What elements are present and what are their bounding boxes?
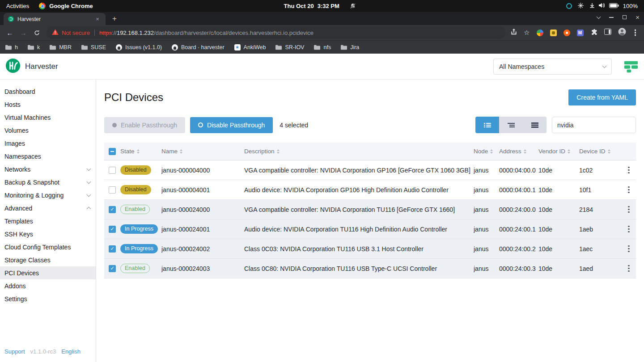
column-header-device-id[interactable]: Device ID — [579, 148, 606, 155]
activities-button[interactable]: Activities — [6, 3, 29, 9]
extension-pinwheel-icon[interactable] — [537, 29, 543, 36]
address-bar[interactable]: Not secure https://192.168.1.232/dashboa… — [47, 26, 505, 39]
sidebar-item-backup-snapshot[interactable]: Backup & Snapshot — [0, 176, 96, 189]
window-maximize-button[interactable] — [623, 15, 627, 19]
tab-search-icon[interactable] — [597, 14, 601, 19]
sort-icon[interactable] — [524, 149, 526, 154]
row-checkbox[interactable] — [109, 186, 116, 194]
row-actions-kebab[interactable] — [624, 205, 633, 214]
sidebar-item-namespaces[interactable]: Namespaces — [0, 150, 96, 163]
enable-passthrough-button[interactable]: Enable Passthrough — [104, 117, 185, 133]
sidebar-item-virtual-machines[interactable]: Virtual Machines — [0, 111, 96, 124]
browser-menu-kebab-icon[interactable] — [635, 32, 636, 34]
bookmark-folder-sriov[interactable]: SR-IOV — [275, 44, 304, 51]
language-link[interactable]: English — [61, 348, 80, 355]
bookmark-folder-jira[interactable]: Jira — [341, 44, 359, 51]
extensions-puzzle-icon[interactable] — [590, 28, 597, 37]
view-list-button[interactable] — [475, 117, 499, 133]
bookmark-github-issues[interactable]: Issues (v1.1.0) — [116, 44, 162, 51]
rancher-menu-logo[interactable] — [623, 59, 639, 74]
row-checkbox[interactable] — [109, 167, 116, 174]
share-icon[interactable] — [511, 29, 517, 37]
sidebar-item-volumes[interactable]: Volumes — [0, 124, 96, 137]
sort-icon[interactable] — [277, 149, 280, 154]
create-from-yaml-button[interactable]: Create from YAML — [568, 89, 636, 105]
row-actions-kebab[interactable] — [624, 244, 633, 253]
browser-tab-harvester[interactable]: Harvester — [4, 13, 106, 25]
sort-icon[interactable] — [568, 149, 570, 154]
column-header-description[interactable]: Description — [244, 148, 275, 155]
bookmark-folder-k[interactable]: k — [28, 44, 40, 51]
bookmark-ankiweb[interactable]: AnkiWeb — [234, 44, 266, 51]
row-actions-kebab[interactable] — [624, 225, 633, 234]
bookmark-folder-suse[interactable]: SUSE — [81, 44, 106, 51]
sort-icon[interactable] — [490, 149, 493, 154]
reload-button[interactable] — [30, 26, 43, 39]
window-minimize-button[interactable] — [609, 17, 614, 18]
clock[interactable]: Thu Oct 20 3:32 PM — [284, 0, 356, 12]
bookmark-folder-nfs[interactable]: nfs — [314, 44, 331, 51]
row-actions-kebab[interactable] — [624, 264, 633, 273]
device-address: 0000:04:00.0 — [499, 167, 538, 174]
bookmark-folder-mbr[interactable]: MBR — [50, 44, 72, 51]
sidebar-item-images[interactable]: Images — [0, 137, 96, 150]
disable-passthrough-button[interactable]: Disable Passthrough — [190, 117, 273, 133]
row-checkbox[interactable] — [109, 265, 116, 272]
sidebar-item-templates[interactable]: Templates — [0, 215, 96, 227]
table-row[interactable]: In Progress janus-000024002 Class 0C03: … — [104, 239, 636, 259]
table-row[interactable]: In Progress janus-000024001 Audio device… — [104, 219, 636, 239]
table-header-row: State Name Description Node Address Vend… — [104, 143, 636, 160]
column-header-state[interactable]: State — [120, 148, 135, 155]
table-row[interactable]: Disabled janus-000004001 Audio device: N… — [104, 180, 636, 200]
not-secure-warning-icon[interactable] — [52, 29, 59, 36]
column-header-node[interactable]: Node — [474, 148, 488, 155]
sidebar-item-pci-devices[interactable]: PCI Devices — [0, 266, 96, 279]
column-header-vendor-id[interactable]: Vendor ID — [538, 148, 565, 155]
bookmark-folder-h[interactable]: h — [5, 44, 18, 51]
namespace-select[interactable]: All Namespaces — [493, 59, 612, 75]
row-actions-kebab[interactable] — [624, 185, 633, 194]
sidebar-item-storage-classes[interactable]: Storage Classes — [0, 253, 96, 266]
table-row[interactable]: Enabled janus-000024000 VGA compatible c… — [104, 200, 636, 219]
row-checkbox[interactable] — [109, 206, 116, 213]
row-actions-kebab[interactable] — [624, 166, 633, 175]
sidebar-item-settings[interactable]: Settings — [0, 292, 96, 305]
sidebar-item-monitoring-logging[interactable]: Monitoring & Logging — [0, 189, 96, 202]
select-all-checkbox[interactable] — [109, 148, 116, 155]
view-table-button[interactable] — [523, 117, 547, 133]
support-link[interactable]: Support — [4, 348, 25, 355]
tab-close-icon[interactable] — [94, 16, 101, 23]
sidebar-item-advanced[interactable]: Advanced — [0, 202, 96, 215]
column-header-name[interactable]: Name — [161, 148, 178, 155]
back-button[interactable] — [4, 26, 16, 39]
bookmark-github-board[interactable]: Board · harvester — [172, 44, 225, 51]
row-checkbox[interactable] — [109, 226, 116, 233]
extension-orange-icon[interactable] — [564, 29, 570, 36]
sidebar-item-ssh-keys[interactable]: SSH Keys — [0, 227, 96, 240]
bookmark-star-icon[interactable] — [524, 29, 530, 37]
sidebar-item-networks[interactable]: Networks — [0, 163, 96, 176]
extension-m-icon[interactable] — [577, 29, 584, 36]
view-grouped-button[interactable] — [499, 117, 523, 133]
search-input[interactable] — [552, 117, 636, 133]
window-close-button[interactable] — [636, 14, 640, 21]
table-row[interactable]: Enabled janus-000024003 Class 0C80: NVID… — [104, 259, 636, 278]
focused-app-indicator[interactable]: Google Chrome — [39, 3, 93, 9]
sidebar-item-hosts[interactable]: Hosts — [0, 98, 96, 111]
sidebar-item-cloud-config-templates[interactable]: Cloud Config Templates — [0, 240, 96, 253]
system-tray[interactable]: 100% — [566, 3, 638, 10]
sort-icon[interactable] — [608, 149, 610, 154]
extension-gold-icon[interactable] — [550, 29, 557, 36]
new-tab-button[interactable] — [109, 13, 120, 24]
sidebar-item-addons[interactable]: Addons — [0, 279, 96, 292]
row-checkbox[interactable] — [109, 245, 116, 253]
profile-avatar[interactable] — [618, 28, 626, 38]
table-row[interactable]: Disabled janus-000004000 VGA compatible … — [104, 160, 636, 180]
sort-icon[interactable] — [180, 149, 182, 154]
column-header-address[interactable]: Address — [499, 148, 521, 155]
forward-button[interactable] — [17, 26, 30, 39]
sidebar-item-dashboard[interactable]: Dashboard — [0, 85, 96, 98]
harvester-logo[interactable] — [5, 58, 21, 75]
sort-icon[interactable] — [137, 149, 140, 154]
side-panel-icon[interactable] — [604, 29, 611, 37]
